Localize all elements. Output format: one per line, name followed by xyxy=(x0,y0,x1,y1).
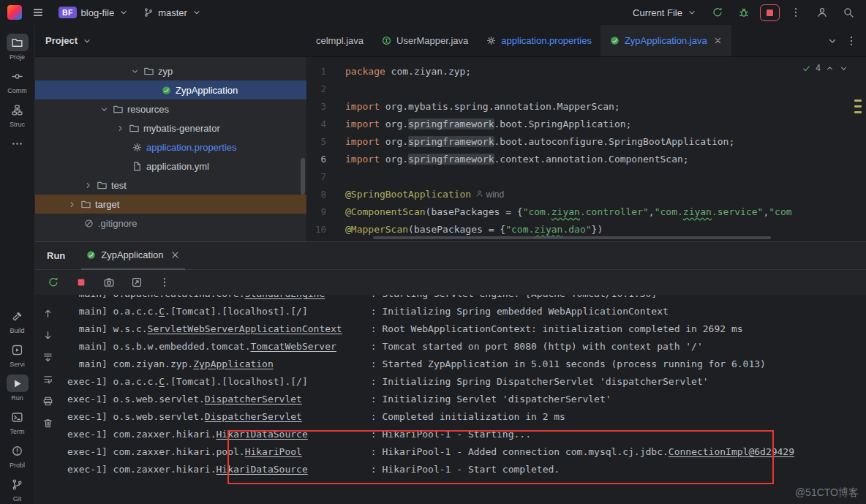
console-link[interactable]: C xyxy=(159,306,165,317)
tree-item-gitignore[interactable]: .gitignore xyxy=(35,214,306,233)
open-results-button[interactable] xyxy=(129,274,145,290)
search-button[interactable] xyxy=(838,3,859,22)
stripe-item-services[interactable]: Servi xyxy=(1,341,34,368)
run-tab-zypapplication[interactable]: ZypApplication xyxy=(81,242,184,270)
stripe-item-build[interactable]: Build xyxy=(1,307,34,334)
rerun-button[interactable] xyxy=(45,274,61,290)
console-link[interactable]: HikariDataSource xyxy=(217,464,308,475)
chevron-right-icon[interactable] xyxy=(116,124,125,133)
chevron-down-icon xyxy=(687,7,697,18)
debug-button[interactable] xyxy=(734,3,754,22)
console-output[interactable]: main] o.apache.catalina.core.StandardEng… xyxy=(60,295,866,504)
chevron-right-icon[interactable] xyxy=(83,181,93,190)
prev-issue-icon[interactable] xyxy=(825,64,835,73)
clear-all-button[interactable] xyxy=(40,416,55,429)
console-link[interactable]: ZypApplication xyxy=(193,358,274,369)
stripe-item-commit[interactable]: Comm xyxy=(1,67,34,94)
tree-item-resources[interactable]: resources xyxy=(35,99,306,119)
chevron-right-icon[interactable] xyxy=(67,200,77,209)
main-menu-button[interactable] xyxy=(28,3,48,22)
more-options-button[interactable] xyxy=(157,274,173,290)
print-button[interactable] xyxy=(40,394,55,407)
scroll-to-end-button[interactable] xyxy=(40,350,55,364)
git-icon xyxy=(7,475,29,493)
editor-tab-application-properties[interactable]: application.properties xyxy=(477,25,600,56)
profile-button[interactable] xyxy=(812,3,832,22)
author-icon xyxy=(475,189,483,198)
stripe-item-project[interactable]: Proje xyxy=(1,34,34,61)
user-icon xyxy=(816,7,828,18)
arrow-up-icon xyxy=(42,308,53,319)
stop-button[interactable] xyxy=(760,4,780,21)
tree-item-test[interactable]: test xyxy=(35,176,306,195)
console-link[interactable]: DispatcherServlet xyxy=(205,411,302,422)
tree-item-label: mybatis-generator xyxy=(143,123,220,134)
project-panel-header[interactable]: Project xyxy=(35,25,307,56)
tree-item-zypapplication[interactable]: ZypApplication xyxy=(35,80,306,99)
line-number: 7 xyxy=(307,168,345,186)
console-link[interactable]: DispatcherServlet xyxy=(205,394,302,405)
stripe-item-git[interactable]: Git xyxy=(1,475,34,503)
tree-scrollbar[interactable] xyxy=(301,158,305,195)
console-link[interactable]: StandardEngine xyxy=(245,295,325,299)
tab-options-icon[interactable] xyxy=(846,35,857,47)
debug-icon xyxy=(738,7,750,18)
problems-icon xyxy=(7,442,29,459)
console-link[interactable]: TomcatWebServer xyxy=(250,341,336,352)
stripe-item-run[interactable]: Run xyxy=(1,375,34,402)
next-issue-icon[interactable] xyxy=(839,64,848,73)
code-line: 9@ComponentScan(basePackages = {"com.ziy… xyxy=(307,203,866,221)
branch-name: master xyxy=(158,7,187,18)
more-actions-button[interactable] xyxy=(786,3,806,22)
scroll-to-bottom-button[interactable] xyxy=(40,328,55,342)
editor-tab-zypapplication-java[interactable]: ZypApplication.java xyxy=(600,25,731,56)
stripe-item-more[interactable] xyxy=(1,135,34,152)
stripe-item-terminal[interactable]: Term xyxy=(1,408,34,435)
run-tab-label: ZypApplication xyxy=(101,249,163,260)
stripe-item-label: Probl xyxy=(10,462,25,469)
run-button[interactable] xyxy=(707,3,728,22)
code-editor[interactable]: 1package com.ziyan.zyp;23import org.myba… xyxy=(307,57,866,241)
stripe-item-problems[interactable]: Probl xyxy=(1,442,34,469)
tree-item-mybatis-generator[interactable]: mybatis-generator xyxy=(35,119,306,138)
line-number: 9 xyxy=(307,203,345,221)
tree-item-application-yml[interactable]: application.yml xyxy=(35,157,306,176)
close-icon[interactable] xyxy=(170,249,181,260)
structure-icon xyxy=(7,101,29,119)
code-text: import org.springframework.boot.SpringAp… xyxy=(345,116,631,133)
editor-tab-usermapper-java[interactable]: UserMapper.java xyxy=(372,25,477,56)
console-link[interactable]: HikariDataSource xyxy=(217,429,308,440)
chevron-down-icon[interactable] xyxy=(99,105,109,114)
branch-selector[interactable]: master xyxy=(139,5,206,20)
stripe-item-label: Comm xyxy=(7,87,27,94)
tree-item-zyp[interactable]: zyp xyxy=(35,61,306,80)
soft-wrap-button[interactable] xyxy=(40,372,55,385)
close-icon[interactable] xyxy=(713,36,723,45)
inspections-widget[interactable]: 4 xyxy=(802,63,848,73)
editor-tab-celmpl-java[interactable]: celmpl.java xyxy=(307,25,372,56)
stripe-item-label: Struc xyxy=(10,121,25,128)
stripe-item-label: Term xyxy=(10,428,25,435)
tree-item-target[interactable]: target xyxy=(35,195,306,214)
chevron-down-icon[interactable] xyxy=(130,67,140,76)
chevron-down-icon xyxy=(192,7,202,18)
line-number: 8 xyxy=(307,186,345,203)
editor-h-scrollbar[interactable] xyxy=(373,236,771,239)
menu-icon xyxy=(32,7,44,18)
tab-list-dropdown-icon[interactable] xyxy=(827,35,838,47)
stripe-item-structure[interactable]: Struc xyxy=(1,101,34,128)
stop-button[interactable] xyxy=(73,274,89,290)
console-link[interactable]: HikariPool xyxy=(245,446,302,457)
line-number: 3 xyxy=(307,98,345,116)
project-selector[interactable]: BF blog-file xyxy=(54,4,133,20)
run-panel-title: Run xyxy=(47,250,65,261)
console-link[interactable]: C xyxy=(159,376,165,387)
console-link[interactable]: ConnectionImpl@6d29429 xyxy=(669,446,794,457)
run-config-selector[interactable]: Current File xyxy=(628,5,701,20)
code-line: 3import org.mybatis.spring.annotation.Ma… xyxy=(307,98,866,116)
console-link[interactable]: ServletWebServerApplicationContext xyxy=(148,323,342,334)
tree-item-application-properties[interactable]: application.properties xyxy=(35,138,306,157)
thread-dump-button[interactable] xyxy=(101,274,117,290)
code-text: @ComponentScan(basePackages = {"com.ziya… xyxy=(345,203,792,221)
scroll-to-top-button[interactable] xyxy=(40,306,55,320)
